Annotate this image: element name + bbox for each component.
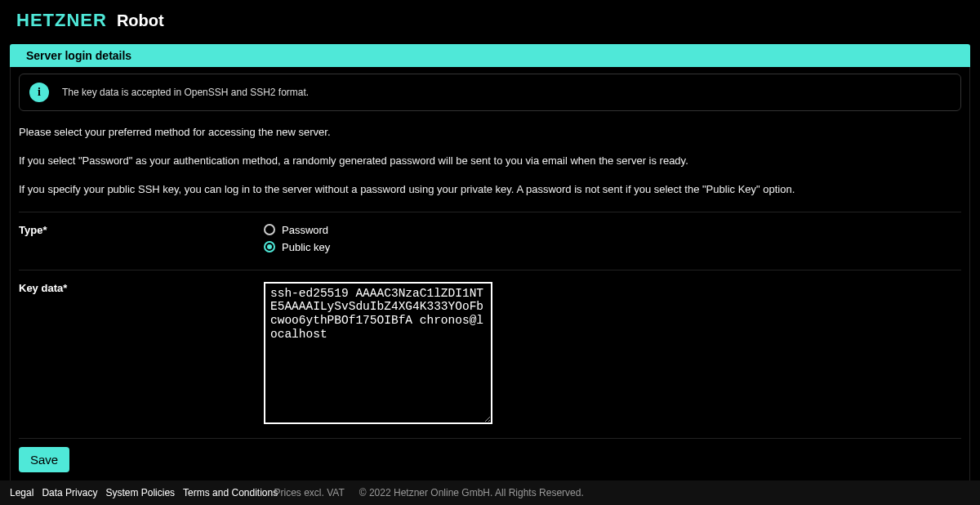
panel: i The key data is accepted in OpenSSH an…	[10, 67, 970, 486]
footer-link-data-privacy[interactable]: Data Privacy	[42, 487, 97, 498]
radio-password-label: Password	[282, 224, 328, 236]
radio-circle-selected-icon	[264, 241, 275, 252]
section-title-bar: Server login details	[10, 44, 970, 67]
radio-dot-icon	[267, 244, 272, 249]
footer: Legal Data Privacy System Policies Terms…	[0, 480, 980, 505]
radio-circle-icon	[264, 224, 275, 235]
radio-public-key-label: Public key	[282, 241, 330, 253]
footer-link-terms[interactable]: Terms and Conditions	[183, 487, 278, 498]
info-icon: i	[29, 83, 49, 102]
top-bar: HETZNER Robot	[0, 0, 980, 44]
info-box: i The key data is accepted in OpenSSH an…	[19, 74, 961, 111]
type-label: Type*	[19, 224, 264, 258]
keydata-label: Key data*	[19, 282, 264, 427]
brand-logo: HETZNER	[16, 10, 107, 31]
footer-copyright: © 2022 Hetzner Online GmbH. All Rights R…	[359, 487, 584, 498]
actions-row: Save	[19, 438, 961, 472]
form-row-keydata: Key data*	[19, 270, 961, 438]
brand-subtitle: Robot	[117, 11, 164, 30]
description-p1: Please select your preferred method for …	[19, 126, 961, 140]
description-block: Please select your preferred method for …	[19, 126, 961, 197]
type-field: Password Public key	[264, 224, 961, 258]
save-button[interactable]: Save	[19, 447, 69, 472]
footer-link-system-policies[interactable]: System Policies	[105, 487, 175, 498]
footer-prices-note-text: Prices excl. VAT	[274, 487, 345, 498]
radio-password[interactable]: Password	[264, 224, 961, 236]
description-p3: If you specify your public SSH key, you …	[19, 183, 961, 197]
keydata-field	[264, 282, 961, 427]
form-row-type: Type* Password Public key	[19, 212, 961, 270]
section-title: Server login details	[20, 49, 957, 62]
footer-link-legal[interactable]: Legal	[10, 487, 33, 498]
info-text: The key data is accepted in OpenSSH and …	[62, 87, 309, 98]
keydata-textarea[interactable]	[264, 282, 492, 424]
description-p2: If you select "Password" as your authent…	[19, 154, 961, 168]
radio-public-key[interactable]: Public key	[264, 241, 961, 253]
